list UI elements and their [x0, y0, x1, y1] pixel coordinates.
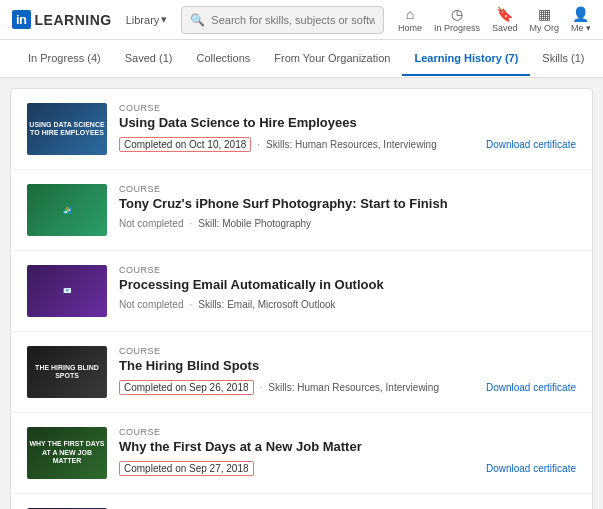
course-item-1: USING DATA SCIENCE TO HIRE EMPLOYEES COU… — [11, 89, 592, 170]
search-icon: 🔍 — [190, 13, 205, 27]
course-label-4: COURSE — [119, 346, 576, 356]
course-item-6: WEAKNESSES OR STRENGTHS COURSE Where to … — [11, 494, 592, 509]
thumb-text-4: THE HIRING BLIND SPOTS — [27, 362, 107, 383]
brand-name: LEARNING — [35, 12, 112, 28]
nav-home[interactable]: ⌂ Home — [398, 6, 422, 33]
thumb-text-3: 📧 — [61, 285, 74, 297]
org-icon: ▦ — [538, 6, 551, 22]
course-info-3: COURSE Processing Email Automatically in… — [119, 265, 576, 310]
tab-in-progress[interactable]: In Progress (4) — [16, 42, 113, 76]
li-logo-mark: in — [12, 10, 31, 29]
tab-from-org[interactable]: From Your Organization — [262, 42, 402, 76]
skill-text-3: Skills: Email, Microsoft Outlook — [198, 299, 335, 310]
thumb-text-5: WHY THE FIRST DAYS AT A NEW JOB MATTER — [27, 438, 107, 467]
download-cert-4[interactable]: Download certificate — [486, 382, 576, 393]
nav-home-label: Home — [398, 23, 422, 33]
skill-text-4: Skills: Human Resources, Interviewing — [268, 382, 439, 393]
course-item-3: 📧 COURSE Processing Email Automatically … — [11, 251, 592, 332]
search-input[interactable] — [211, 14, 375, 26]
course-list: USING DATA SCIENCE TO HIRE EMPLOYEES COU… — [10, 88, 593, 509]
nav-me[interactable]: 👤 Me ▾ — [571, 6, 591, 33]
bookmark-icon: 🔖 — [496, 6, 513, 22]
download-cert-5[interactable]: Download certificate — [486, 463, 576, 474]
course-thumb-4[interactable]: THE HIRING BLIND SPOTS — [27, 346, 107, 398]
not-completed-3: Not completed — [119, 299, 183, 310]
library-menu[interactable]: Library ▾ — [120, 13, 174, 26]
clock-icon: ◷ — [451, 6, 463, 22]
course-item-4: THE HIRING BLIND SPOTS COURSE The Hiring… — [11, 332, 592, 413]
skill-text-1: Skills: Human Resources, Interviewing — [266, 139, 437, 150]
skill-text-2: Skill: Mobile Photography — [198, 218, 311, 229]
completion-badge-1: Completed on Oct 10, 2018 — [119, 137, 251, 152]
nav-saved[interactable]: 🔖 Saved — [492, 6, 518, 33]
course-thumb-3[interactable]: 📧 — [27, 265, 107, 317]
nav-in-progress-label: In Progress — [434, 23, 480, 33]
course-label-5: COURSE — [119, 427, 576, 437]
course-info-4: COURSE The Hiring Blind Spots Completed … — [119, 346, 576, 395]
tab-learning-history[interactable]: Learning History (7) — [402, 42, 530, 76]
download-cert-1[interactable]: Download certificate — [486, 139, 576, 150]
course-label-2: COURSE — [119, 184, 576, 194]
nav-my-org[interactable]: ▦ My Org — [529, 6, 559, 33]
nav-saved-label: Saved — [492, 23, 518, 33]
thumb-text-2: 🏄 — [61, 204, 74, 216]
thumb-text-1: USING DATA SCIENCE TO HIRE EMPLOYEES — [27, 119, 107, 140]
not-completed-2: Not completed — [119, 218, 183, 229]
nav-me-label: Me ▾ — [571, 23, 591, 33]
course-item-5: WHY THE FIRST DAYS AT A NEW JOB MATTER C… — [11, 413, 592, 494]
completion-badge-4: Completed on Sep 26, 2018 — [119, 380, 254, 395]
course-thumb-5[interactable]: WHY THE FIRST DAYS AT A NEW JOB MATTER — [27, 427, 107, 479]
tab-skills[interactable]: Skills (1) — [530, 42, 596, 76]
dot-sep-3: · — [189, 299, 192, 310]
linkedin-logo[interactable]: in LEARNING — [12, 10, 112, 29]
course-meta-3: Not completed · Skills: Email, Microsoft… — [119, 299, 576, 310]
course-title-1[interactable]: Using Data Science to Hire Employees — [119, 115, 576, 132]
course-title-3[interactable]: Processing Email Automatically in Outloo… — [119, 277, 576, 294]
course-title-2[interactable]: Tony Cruz's iPhone Surf Photography: Sta… — [119, 196, 576, 213]
course-info-2: COURSE Tony Cruz's iPhone Surf Photograp… — [119, 184, 576, 229]
library-chevron-icon: ▾ — [161, 13, 167, 26]
tab-saved[interactable]: Saved (1) — [113, 42, 185, 76]
course-thumb-2[interactable]: 🏄 — [27, 184, 107, 236]
course-meta-1: Completed on Oct 10, 2018 · Skills: Huma… — [119, 137, 576, 152]
dot-sep-1: · — [257, 139, 260, 150]
course-info-1: COURSE Using Data Science to Hire Employ… — [119, 103, 576, 152]
course-info-5: COURSE Why the First Days at a New Job M… — [119, 427, 576, 476]
search-bar[interactable]: 🔍 — [181, 6, 384, 34]
home-icon: ⌂ — [406, 6, 414, 22]
profile-icon: 👤 — [572, 6, 589, 22]
header: in LEARNING Library ▾ 🔍 ⌂ Home ◷ In Prog… — [0, 0, 603, 40]
nav-my-org-label: My Org — [529, 23, 559, 33]
nav-in-progress[interactable]: ◷ In Progress — [434, 6, 480, 33]
tabs-bar: In Progress (4) Saved (1) Collections Fr… — [0, 40, 603, 78]
course-title-4[interactable]: The Hiring Blind Spots — [119, 358, 576, 375]
course-meta-2: Not completed · Skill: Mobile Photograph… — [119, 218, 576, 229]
course-meta-5: Completed on Sep 27, 2018 Download certi… — [119, 461, 576, 476]
course-label-3: COURSE — [119, 265, 576, 275]
dot-sep-2: · — [189, 218, 192, 229]
dot-sep-4: · — [260, 382, 263, 393]
course-meta-4: Completed on Sep 26, 2018 · Skills: Huma… — [119, 380, 576, 395]
course-thumb-1[interactable]: USING DATA SCIENCE TO HIRE EMPLOYEES — [27, 103, 107, 155]
tab-collections[interactable]: Collections — [184, 42, 262, 76]
course-title-5[interactable]: Why the First Days at a New Job Matter — [119, 439, 576, 456]
header-nav: ⌂ Home ◷ In Progress 🔖 Saved ▦ My Org 👤 … — [398, 6, 591, 33]
course-label-1: COURSE — [119, 103, 576, 113]
completion-badge-5: Completed on Sep 27, 2018 — [119, 461, 254, 476]
library-label: Library — [126, 14, 160, 26]
course-item-2: 🏄 COURSE Tony Cruz's iPhone Surf Photogr… — [11, 170, 592, 251]
